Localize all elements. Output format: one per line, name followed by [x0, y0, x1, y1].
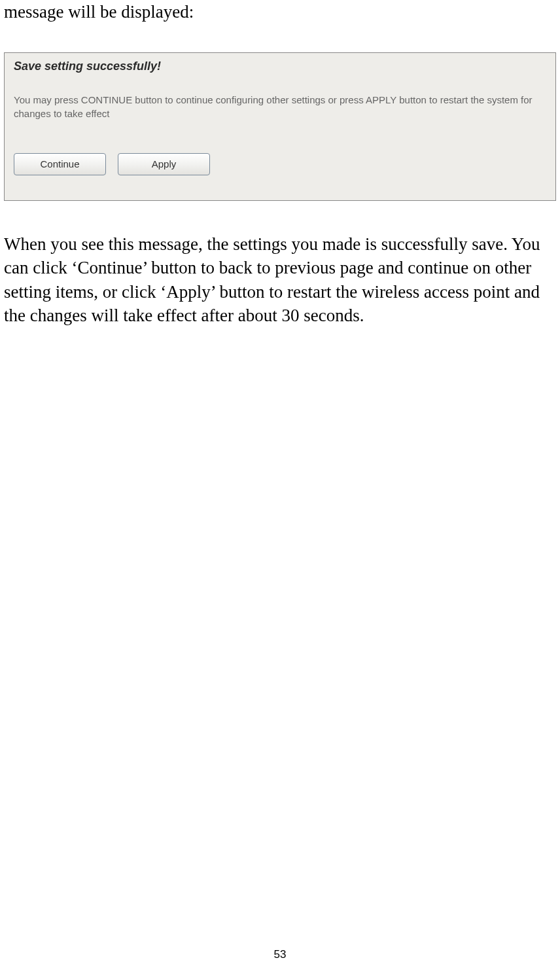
save-success-dialog: Save setting successfully! You may press… [4, 52, 556, 201]
intro-text: message will be displayed: [0, 0, 560, 25]
page-number: 53 [0, 948, 560, 961]
dialog-title: Save setting successfully! [5, 53, 555, 79]
dialog-button-row: Continue Apply [5, 120, 555, 200]
continue-button[interactable]: Continue [14, 153, 106, 175]
apply-button[interactable]: Apply [118, 153, 210, 175]
explanation-text: When you see this message, the settings … [0, 232, 560, 328]
dialog-description: You may press CONTINUE button to continu… [5, 79, 555, 120]
